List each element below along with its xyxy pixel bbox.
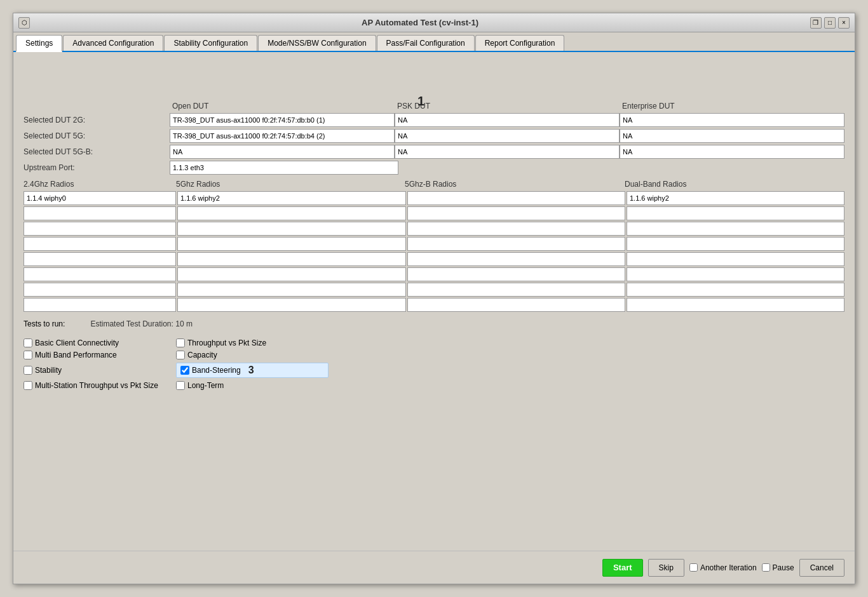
tab-report[interactable]: Report Configuration [475,35,565,51]
test-long-term-checkbox[interactable] [176,381,185,390]
skip-button[interactable]: Skip [648,559,684,577]
empty-radio-r6-c2-wrapper [177,267,406,281]
empty-radio-r5-c3-select[interactable] [407,252,625,266]
empty-radio-r2-c4-select[interactable] [627,206,844,220]
test-basic-client-checkbox[interactable] [24,339,32,347]
minimize-button[interactable]: × [838,17,850,29]
empty-radio-r5-c1-wrapper [24,252,176,266]
empty-radio-r7-c2-wrapper [177,283,406,297]
another-iteration-checkbox[interactable] [689,563,698,572]
enterprise-dut-5g-select[interactable]: NA [620,129,844,143]
tab-bar: Settings Advanced Configuration Stabilit… [13,32,855,52]
empty-radio-r3-c4-select[interactable] [627,222,844,236]
empty-radio-r6-c4-select[interactable] [627,267,844,281]
empty-radio-r4-c3-select[interactable] [407,237,625,251]
tab-pass-fail[interactable]: Pass/Fail Configuration [377,35,475,51]
maximize-button[interactable]: □ [824,17,836,29]
test-multistation-label: Multi-Station Throughput vs Pkt Size [35,381,158,390]
psk-dut-5gb-select[interactable]: NA [395,145,620,159]
radio-2ghz-1-select[interactable]: 1.1.4 wiphy0 [24,191,176,205]
selected-dut-5g-label: Selected DUT 5G: [24,131,170,140]
estimated-duration: Estimated Test Duration: 10 m [90,319,193,328]
empty-radio-r5-c4-select[interactable] [627,252,844,266]
empty-radio-r5-c4-wrapper [627,252,844,266]
empty-radio-r3-c1-select[interactable] [24,222,176,236]
empty-radio-row [24,283,844,297]
empty-radio-r4-c2-select[interactable] [177,237,406,251]
tab-mode-nss-bw[interactable]: Mode/NSS/BW Configuration [258,35,376,51]
upstream-port-select-wrapper: 1.1.3 eth3 [170,161,398,175]
empty-radio-row [24,298,844,312]
radio-5ghzb-1-select[interactable] [407,191,625,205]
test-multi-band-checkbox[interactable] [24,351,32,359]
tab-advanced-configuration[interactable]: Advanced Configuration [63,35,163,51]
test-band-steering-checkbox[interactable] [180,366,189,375]
open-dut-5gb-select[interactable]: NA [170,145,395,159]
empty-radio-r4-c2-wrapper [177,237,406,251]
test-multi-band-label: Multi Band Performance [35,351,117,359]
empty-radio-r7-c2-select[interactable] [177,283,406,297]
empty-radio-r2-c1-select[interactable] [24,206,176,220]
empty-radio-r4-c1-select[interactable] [24,237,176,251]
empty-radio-r5-c3-wrapper [407,252,625,266]
empty-radio-r7-c1-select[interactable] [24,283,176,297]
open-dut-2g-select[interactable]: TR-398_DUT asus-ax11000 f0:2f:74:57:db:b… [170,113,395,127]
tab-stability-configuration[interactable]: Stability Configuration [164,35,257,51]
start-button[interactable]: Start [602,559,643,577]
empty-radio-r3-c1-wrapper [24,222,176,236]
empty-radio-r7-c4-select[interactable] [627,283,844,297]
empty-radio-r3-c3-select[interactable] [407,222,625,236]
psk-dut-2g-select[interactable]: NA [395,113,620,127]
empty-radio-r5-c2-wrapper [177,252,406,266]
test-capacity-checkbox[interactable] [176,351,185,359]
restore-button[interactable]: ❐ [810,17,822,29]
empty-radio-r3-c2-select[interactable] [177,222,406,236]
pause-container: Pause [762,563,794,572]
test-band-steering-label: Band-Steering [192,366,241,375]
open-dut-5g-select[interactable]: TR-398_DUT asus-ax11000 f0:2f:74:57:db:b… [170,129,395,143]
test-stability: Stability [24,363,176,378]
window-icon: ⬡ [18,17,30,29]
upstream-port-label: Upstream Port: [24,163,170,172]
enterprise-dut-2g-select[interactable]: NA [620,113,844,127]
radio-5ghz-1-wrapper: 1.1.6 wiphy2 [177,191,406,205]
test-multistation-checkbox[interactable] [24,381,32,390]
open-dut-header: Open DUT [170,102,395,111]
radio-dualband-1-select[interactable]: 1.1.6 wiphy2 [627,191,844,205]
empty-radio-r6-c1-select[interactable] [24,267,176,281]
cancel-button[interactable]: Cancel [799,559,844,577]
empty-radio-r5-c1-select[interactable] [24,252,176,266]
psk-dut-5g-select[interactable]: NA [395,129,620,143]
empty-radio-r6-c2-select[interactable] [177,267,406,281]
test-throughput-pkt-checkbox[interactable] [176,339,185,347]
empty-radio-r7-c3-select[interactable] [407,283,625,297]
empty-radio-r4-c4-select[interactable] [627,237,844,251]
tab-settings[interactable]: Settings [16,35,62,52]
tests-title: Tests to run: [24,319,65,328]
title-bar: ⬡ AP Automated Test (cv-inst-1) ❐ □ × [13,13,855,32]
empty-radio-r8-c2-select[interactable] [177,298,406,312]
enterprise-dut-5g-select-wrapper: NA [620,129,844,143]
test-stability-label: Stability [35,366,62,375]
empty-radio-r6-c3-select[interactable] [407,267,625,281]
upstream-port-select[interactable]: 1.1.3 eth3 [170,161,398,175]
test-multi-band: Multi Band Performance [24,351,176,359]
test-long-term: Long-Term [176,381,329,390]
pause-checkbox[interactable] [762,563,770,572]
empty-radio-row [24,237,844,251]
empty-radio-r5-c2-select[interactable] [177,252,406,266]
empty-radio-r2-c4-wrapper [627,206,844,220]
radio-5ghz-1-select[interactable]: 1.1.6 wiphy2 [177,191,406,205]
empty-radio-r8-c4-select[interactable] [627,298,844,312]
empty-radio-r8-c4-wrapper [627,298,844,312]
5ghz-radios-header: 5Ghz Radios [176,180,405,189]
empty-radio-r8-c1-select[interactable] [24,298,176,312]
5ghz-b-radios-header: 5Ghz-B Radios [405,180,625,189]
pause-label: Pause [773,563,794,572]
test-stability-checkbox[interactable] [24,366,32,375]
empty-radio-r8-c3-select[interactable] [407,298,625,312]
empty-radio-r7-c4-wrapper [627,283,844,297]
empty-radio-r2-c2-select[interactable] [177,206,406,220]
enterprise-dut-5gb-select[interactable]: NA [620,145,844,159]
empty-radio-r2-c3-select[interactable] [407,206,625,220]
